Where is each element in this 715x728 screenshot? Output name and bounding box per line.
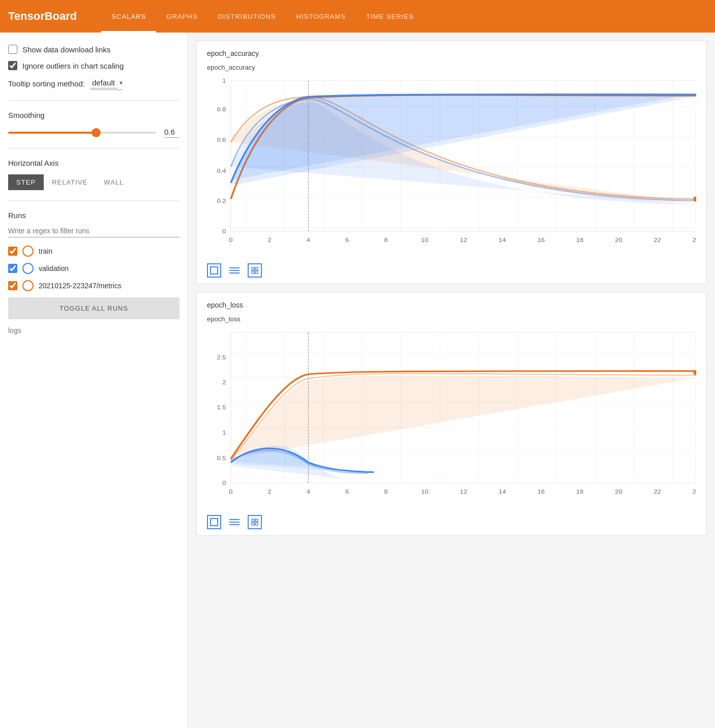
run-train-label: train bbox=[39, 247, 52, 255]
epoch-loss-title: epoch_loss bbox=[207, 301, 696, 309]
show-download-row: Show data download links bbox=[8, 45, 180, 54]
main-content: epoch_accuracy epoch_accuracy 0 0.2 0.4 bbox=[188, 33, 715, 728]
haxis-relative-button[interactable]: RELATIVE bbox=[44, 174, 96, 190]
svg-rect-22 bbox=[211, 267, 218, 274]
ignore-outliers-row: Ignore outliers in chart scaling bbox=[8, 61, 180, 70]
haxis-wall-button[interactable]: WALL bbox=[96, 174, 132, 190]
svg-text:6: 6 bbox=[345, 489, 349, 495]
smoothing-slider[interactable] bbox=[8, 132, 156, 134]
epoch-accuracy-title: epoch_accuracy bbox=[207, 49, 696, 57]
svg-text:20: 20 bbox=[615, 237, 622, 244]
svg-text:0.2: 0.2 bbox=[217, 198, 226, 204]
svg-text:20: 20 bbox=[615, 489, 622, 495]
nav-item-histograms[interactable]: HISTOGRAMS bbox=[286, 0, 356, 33]
svg-text:0: 0 bbox=[222, 480, 226, 487]
svg-rect-26 bbox=[255, 271, 258, 274]
svg-text:0.6: 0.6 bbox=[217, 137, 226, 143]
svg-text:8: 8 bbox=[384, 237, 388, 244]
svg-text:1: 1 bbox=[222, 77, 226, 84]
run-validation-checkbox[interactable] bbox=[8, 264, 17, 273]
svg-rect-49 bbox=[211, 519, 218, 526]
epoch-accuracy-inner-title: epoch_accuracy bbox=[207, 64, 696, 71]
loss-menu-line-3 bbox=[229, 524, 240, 525]
nav-item-time-series[interactable]: TIME SERIES bbox=[356, 0, 424, 33]
menu-line-1 bbox=[229, 267, 240, 268]
run-validation-color-circle bbox=[22, 263, 34, 274]
svg-text:4: 4 bbox=[307, 489, 310, 495]
svg-text:2.5: 2.5 bbox=[217, 354, 226, 360]
main-nav: SCALARSGRAPHSDISTRIBUTIONSHISTOGRAMSTIME… bbox=[101, 0, 424, 33]
run-item-train: train bbox=[8, 246, 180, 257]
run-metrics-color-circle bbox=[22, 280, 34, 291]
ignore-outliers-label: Ignore outliers in chart scaling bbox=[22, 62, 124, 70]
svg-text:2: 2 bbox=[268, 489, 272, 495]
options-section: Show data download links Ignore outliers… bbox=[8, 45, 180, 101]
expand-chart-button[interactable] bbox=[207, 263, 221, 278]
run-train-checkbox[interactable] bbox=[8, 247, 17, 256]
svg-rect-52 bbox=[252, 523, 254, 525]
svg-rect-53 bbox=[255, 523, 258, 525]
svg-text:18: 18 bbox=[576, 237, 584, 244]
epoch-accuracy-svg: 0 0.2 0.4 0.6 0.8 1 0 2 4 6 8 10 12 14 1… bbox=[207, 75, 696, 258]
loss-chart-menu-button[interactable] bbox=[227, 517, 242, 527]
show-download-checkbox[interactable] bbox=[8, 45, 17, 54]
tooltip-select[interactable]: default bbox=[90, 77, 117, 88]
haxis-step-button[interactable]: STEP bbox=[8, 174, 44, 190]
loss-menu-line-1 bbox=[229, 519, 240, 520]
app-header: TensorBoard SCALARSGRAPHSDISTRIBUTIONSHI… bbox=[0, 0, 715, 33]
ignore-outliers-checkbox[interactable] bbox=[8, 61, 17, 70]
svg-text:12: 12 bbox=[460, 489, 467, 495]
svg-text:1: 1 bbox=[222, 429, 226, 436]
smoothing-row: 0.6 bbox=[8, 128, 180, 138]
tooltip-row: Tooltip sorting method: default ▾ bbox=[8, 77, 180, 90]
tooltip-label: Tooltip sorting method: bbox=[8, 79, 85, 88]
tooltip-select-wrap[interactable]: default ▾ bbox=[90, 77, 123, 90]
svg-text:0: 0 bbox=[229, 489, 232, 495]
svg-text:0.4: 0.4 bbox=[217, 167, 226, 174]
logs-label: logs bbox=[8, 326, 180, 335]
runs-section: Runs train validation 20210125-223247/me… bbox=[8, 211, 180, 345]
toggle-all-runs-button[interactable]: TOGGLE ALL RUNS bbox=[8, 297, 180, 319]
svg-text:24: 24 bbox=[693, 489, 696, 495]
runs-label: Runs bbox=[8, 211, 180, 220]
svg-text:0.8: 0.8 bbox=[217, 106, 226, 113]
nav-item-graphs[interactable]: GRAPHS bbox=[156, 0, 207, 33]
epoch-accuracy-actions bbox=[207, 263, 696, 278]
menu-line-2 bbox=[229, 270, 240, 271]
svg-rect-23 bbox=[252, 267, 254, 270]
nav-item-scalars[interactable]: SCALARS bbox=[101, 0, 156, 33]
svg-text:22: 22 bbox=[654, 237, 662, 244]
epoch-loss-actions bbox=[207, 515, 696, 529]
svg-text:2: 2 bbox=[268, 237, 272, 244]
svg-rect-50 bbox=[252, 519, 254, 522]
epoch-accuracy-card: epoch_accuracy epoch_accuracy 0 0.2 0.4 bbox=[196, 41, 707, 284]
run-metrics-label: 20210125-223247/metrics bbox=[39, 282, 122, 290]
svg-text:4: 4 bbox=[307, 237, 310, 244]
svg-text:0: 0 bbox=[229, 237, 232, 244]
menu-line-3 bbox=[229, 272, 240, 274]
svg-text:10: 10 bbox=[421, 489, 429, 495]
chart-menu-button[interactable] bbox=[227, 265, 242, 276]
smoothing-section: Smoothing 0.6 bbox=[8, 111, 180, 148]
svg-rect-51 bbox=[255, 519, 258, 522]
smoothing-label: Smoothing bbox=[8, 111, 180, 119]
haxis-section: Horizontal Axis STEP RELATIVE WALL bbox=[8, 159, 180, 201]
svg-rect-24 bbox=[255, 267, 258, 270]
svg-text:14: 14 bbox=[499, 237, 507, 244]
svg-text:10: 10 bbox=[421, 237, 429, 244]
haxis-button-group: STEP RELATIVE WALL bbox=[8, 174, 180, 190]
reset-zoom-button[interactable] bbox=[248, 263, 262, 278]
epoch-accuracy-chart: 0 0.2 0.4 0.6 0.8 1 0 2 4 6 8 10 12 14 1… bbox=[207, 75, 696, 258]
reset-loss-zoom-button[interactable] bbox=[248, 515, 262, 529]
svg-text:18: 18 bbox=[576, 489, 584, 495]
svg-text:14: 14 bbox=[499, 489, 507, 495]
expand-loss-chart-button[interactable] bbox=[207, 515, 221, 529]
epoch-loss-inner-title: epoch_loss bbox=[207, 315, 696, 323]
smoothing-value: 0.6 bbox=[164, 128, 180, 138]
run-metrics-checkbox[interactable] bbox=[8, 281, 17, 290]
svg-text:8: 8 bbox=[384, 489, 388, 495]
svg-text:0: 0 bbox=[222, 228, 226, 235]
epoch-loss-card: epoch_loss epoch_loss 0 0.5 1 1.5 bbox=[196, 292, 707, 536]
nav-item-distributions[interactable]: DISTRIBUTIONS bbox=[207, 0, 286, 33]
runs-filter-input[interactable] bbox=[8, 225, 180, 237]
